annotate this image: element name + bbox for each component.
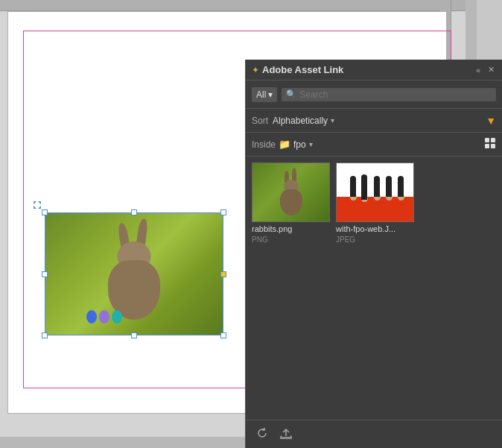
search-input[interactable] <box>299 89 492 100</box>
egg3 <box>112 310 122 324</box>
panel-collapse-button[interactable]: « <box>474 65 482 75</box>
refresh-button[interactable] <box>255 426 270 443</box>
asset-thumbnail-group <box>336 163 414 222</box>
handle-bottom-right[interactable] <box>220 332 226 338</box>
panel-title-controls: « ✕ <box>474 65 496 75</box>
search-filter-button[interactable]: All ▾ <box>252 87 277 102</box>
svg-rect-3 <box>485 144 489 148</box>
filter-funnel-icon[interactable]: ▼ <box>486 115 496 127</box>
filter-arrow: ▾ <box>268 89 273 100</box>
svg-rect-1 <box>485 138 489 142</box>
canvas-image <box>45 212 223 335</box>
search-icon: 🔍 <box>286 89 296 99</box>
handle-bottom-center[interactable] <box>131 332 137 338</box>
handle-middle-left[interactable] <box>42 271 48 277</box>
panel-inside-bar: Inside 📁 fpo ▾ <box>246 133 502 157</box>
sort-select[interactable]: Alphabetically ▾ <box>273 116 334 126</box>
person1 <box>350 201 357 208</box>
asset-thumbnail-rabbit <box>252 163 330 222</box>
asset-type-rabbit: PNG <box>252 236 330 244</box>
upload-button[interactable] <box>279 426 293 443</box>
panel-sort-bar: Sort Alphabetically ▾ ▼ <box>246 109 502 133</box>
egg2 <box>99 310 109 324</box>
sort-label: Sort <box>252 116 268 126</box>
panel-search-bar: All ▾ 🔍 <box>246 81 502 109</box>
panel-close-button[interactable]: ✕ <box>486 65 496 75</box>
handle-middle-right[interactable] <box>220 271 226 277</box>
handle-top-center[interactable] <box>131 209 137 215</box>
ruler-horizontal <box>0 0 477 11</box>
handle-top-right[interactable] <box>220 209 226 215</box>
asset-name-rabbit: rabbits.png <box>252 224 330 233</box>
handle-bottom-left[interactable] <box>42 332 48 338</box>
asset-grid: rabbits.png PNG <box>246 157 502 420</box>
grid-view-button[interactable] <box>484 137 496 151</box>
sort-dropdown-arrow: ▾ <box>331 116 334 124</box>
canvas-selected-image[interactable] <box>45 212 223 335</box>
folder-icon: 📁 <box>279 139 290 150</box>
svg-rect-4 <box>491 144 495 148</box>
panel-titlebar: ✦ Adobe Asset Link « ✕ <box>246 60 502 81</box>
panel-title-icon: ✦ <box>252 65 259 75</box>
svg-rect-2 <box>491 138 495 142</box>
search-input-wrap: 🔍 <box>282 88 496 101</box>
asset-name-group: with-fpo-web.J... <box>336 224 414 233</box>
person3 <box>374 201 381 208</box>
asset-type-group: JPEG <box>336 236 414 244</box>
asset-item[interactable]: rabbits.png PNG <box>252 163 330 244</box>
filter-label: All <box>256 89 266 100</box>
thumb-rabbit-body <box>280 189 302 215</box>
thumb-rabbit-image <box>252 163 329 221</box>
sort-value: Alphabetically <box>273 116 328 126</box>
folder-name: fpo <box>293 139 306 150</box>
person4 <box>386 201 393 208</box>
asset-link-panel: ✦ Adobe Asset Link « ✕ All ▾ 🔍 Sort Alph… <box>245 60 502 448</box>
person5 <box>398 201 404 208</box>
egg1 <box>86 310 97 324</box>
handle-top-left[interactable] <box>42 209 48 215</box>
panel-title-left: ✦ Adobe Asset Link <box>252 64 343 75</box>
asset-item[interactable]: with-fpo-web.J... JPEG <box>336 163 414 244</box>
panel-bottom-bar <box>246 420 502 448</box>
person2 <box>361 204 368 211</box>
inside-label: Inside <box>252 139 276 150</box>
folder-arrow: ▾ <box>309 140 313 148</box>
panel-title-text: Adobe Asset Link <box>262 64 343 75</box>
thumb-group-image <box>337 163 413 221</box>
